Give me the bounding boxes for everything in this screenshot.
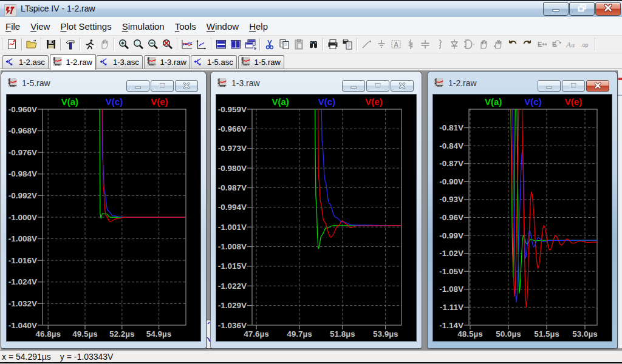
svg-text:.op: .op <box>581 42 589 48</box>
print-button[interactable] <box>326 38 340 51</box>
child-titlebar[interactable]: 1-5.raw <box>1 72 206 95</box>
undo-button[interactable] <box>505 38 520 51</box>
cut-icon <box>264 38 276 50</box>
waveform-plot[interactable]: -0.960V-0.968V-0.976V-0.984V-0.992V-1.00… <box>7 95 200 341</box>
status-bar: x = 54.291µs y = -1.03343V <box>0 350 622 362</box>
undo-icon <box>507 38 519 50</box>
waveform-icon <box>53 57 63 67</box>
legend-V(c)[interactable]: V(c) <box>524 96 541 107</box>
child-maximize-button[interactable] <box>562 80 585 92</box>
draw-wire-button <box>360 38 374 51</box>
autorange-y-button[interactable] <box>180 38 194 51</box>
print-preview-button[interactable] <box>340 38 355 51</box>
legend-V(c)[interactable]: V(c) <box>106 96 123 107</box>
tab-1-3.raw[interactable]: 1-3.raw <box>144 55 190 69</box>
run-button[interactable] <box>83 38 97 51</box>
control-panel-button[interactable] <box>63 38 78 51</box>
waveform-icon <box>434 78 445 89</box>
tile-vertical-button[interactable] <box>228 38 243 51</box>
child-window-1-3.raw[interactable]: 1-3.raw-0.959V-0.966V-0.973V-0.980V-0.98… <box>211 72 422 348</box>
menu-view[interactable]: View <box>26 21 55 32</box>
cascade-windows-button[interactable] <box>243 38 258 51</box>
zoom-area-button[interactable] <box>131 38 146 51</box>
new-schematic-button[interactable] <box>5 38 19 51</box>
tile-horizontal-button[interactable] <box>214 38 228 51</box>
zoom-in-button[interactable] <box>117 38 131 51</box>
legend-V(a)[interactable]: V(a) <box>485 96 502 107</box>
tab-label: 1-5.asc <box>207 58 233 67</box>
y-tick-label: -0.87V <box>439 159 463 168</box>
child-minimize-button[interactable] <box>126 80 149 92</box>
child-maximize-button[interactable] <box>151 80 174 92</box>
toolbar-separator <box>2 38 3 50</box>
toolbar-separator <box>595 38 596 50</box>
app-titlebar[interactable]: LTspice IV - 1-2.raw <box>0 0 622 17</box>
child-minimize-button[interactable] <box>342 80 365 92</box>
child-close-button[interactable] <box>391 80 414 92</box>
waveform-pane[interactable]: -0.81V-0.84V-0.87V-0.90V-0.93V-0.96V-0.9… <box>433 95 612 341</box>
cut-button[interactable] <box>262 38 277 51</box>
legend-V(e)[interactable]: V(e) <box>365 96 382 107</box>
tab-1-2.raw[interactable]: 1-2.raw <box>50 54 96 70</box>
zoom-out-button[interactable] <box>146 38 160 51</box>
tab-1-5.raw[interactable]: 1-5.raw <box>238 55 284 69</box>
open-folder-button[interactable] <box>24 38 39 51</box>
legend-V(a)[interactable]: V(a) <box>61 96 78 107</box>
menu-help[interactable]: Help <box>244 21 273 32</box>
menu-file[interactable]: File <box>1 21 25 32</box>
copy-button[interactable] <box>277 38 292 51</box>
menu-window[interactable]: Window <box>202 21 244 32</box>
trace-V(a)[interactable] <box>43 95 186 218</box>
tab-1-2.asc[interactable]: 1-2.asc <box>2 55 49 69</box>
pan-axes-icon <box>196 38 208 50</box>
legend-V(a)[interactable]: V(a) <box>272 96 289 107</box>
waveform-plot[interactable]: -0.81V-0.84V-0.87V-0.90V-0.93V-0.96V-0.9… <box>433 95 612 341</box>
trace-V(e)[interactable] <box>469 95 597 307</box>
x-tick-label: 53.0µs <box>572 329 598 339</box>
y-tick-label: -0.984V <box>9 169 37 178</box>
pan-axes-button[interactable] <box>194 38 209 51</box>
zoom-full-button[interactable] <box>160 38 175 51</box>
redo-button[interactable] <box>520 38 535 51</box>
child-close-button[interactable] <box>586 80 609 92</box>
window-controls <box>542 2 621 16</box>
menu-simulation[interactable]: Simulation <box>117 21 169 32</box>
trace-V(c)[interactable] <box>252 95 402 226</box>
grid-lines <box>469 109 597 325</box>
child-close-button[interactable] <box>175 80 198 92</box>
minimize-button[interactable] <box>543 2 569 16</box>
legend-V(e)[interactable]: V(e) <box>151 96 168 107</box>
y-tick-label: -0.966V <box>218 124 247 133</box>
svg-text:E: E <box>552 41 556 48</box>
waveform-pane[interactable]: -0.960V-0.968V-0.976V-0.984V-0.992V-1.00… <box>7 95 200 341</box>
svg-text:E: E <box>538 41 542 48</box>
trace-V(a)[interactable] <box>469 95 597 294</box>
find-button[interactable] <box>306 38 321 51</box>
child-window-1-5.raw[interactable]: 1-5.raw-0.960V-0.968V-0.976V-0.984V-0.99… <box>1 72 206 348</box>
y-tick-label: -1.000V <box>9 213 37 222</box>
child-window-1-2.raw[interactable]: 1-2.raw-0.81V-0.84V-0.87V-0.90V-0.93V-0.… <box>428 72 617 348</box>
waveform-pane[interactable]: -0.959V-0.966V-0.973V-0.980V-0.987V-0.99… <box>216 95 416 341</box>
child-maximize-button[interactable] <box>366 80 389 92</box>
zoom-in-icon <box>118 38 130 50</box>
waveform-plot[interactable]: -0.959V-0.966V-0.973V-0.980V-0.987V-0.99… <box>216 95 416 341</box>
child-minimize-button[interactable] <box>538 80 561 92</box>
legend-V(c)[interactable]: V(c) <box>318 96 335 107</box>
tab-1-5.asc[interactable]: 1-5.asc <box>191 55 237 69</box>
close-grey-icon <box>397 81 407 91</box>
tab-1-3.asc[interactable]: 1-3.asc <box>97 55 143 69</box>
menu-tools[interactable]: Tools <box>170 21 201 32</box>
child-titlebar[interactable]: 1-2.raw <box>428 72 617 95</box>
save-button[interactable] <box>44 38 58 51</box>
y-tick-label: -1.008V <box>218 242 247 251</box>
trace-V(e)[interactable] <box>252 95 402 237</box>
restore-button[interactable] <box>569 2 595 16</box>
close-button[interactable] <box>595 2 621 16</box>
trace-V(e)[interactable] <box>43 95 186 221</box>
child-titlebar[interactable]: 1-3.raw <box>211 72 422 95</box>
legend-V(e)[interactable]: V(e) <box>565 96 582 107</box>
find-icon <box>307 38 320 50</box>
menu-plot-settings[interactable]: Plot Settings <box>55 21 116 32</box>
capacitor-icon <box>419 38 431 50</box>
trace-V(c)[interactable] <box>43 95 186 217</box>
